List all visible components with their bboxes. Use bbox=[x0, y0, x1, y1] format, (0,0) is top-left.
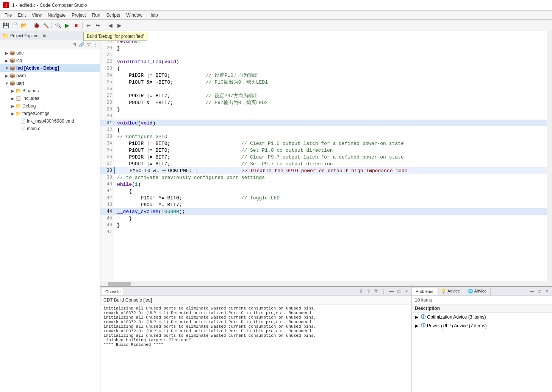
scroll-lock-btn[interactable]: ⇩ bbox=[358, 288, 364, 295]
sidebar-item-targetconfigs[interactable]: ▶ 📁 targetConfigs bbox=[0, 110, 100, 117]
sidebar-item-uart[interactable]: ▼ 📦 uart bbox=[0, 79, 100, 87]
editor-content: 18 19 20 21 22 23 24 25 26 27 28 29 bbox=[100, 31, 552, 286]
console-body[interactable]: initializing all unused ports to elimina… bbox=[100, 305, 411, 392]
menu-window[interactable]: Window bbox=[123, 11, 145, 19]
project-icon-uart: 📦 bbox=[9, 80, 15, 86]
menu-run[interactable]: Run bbox=[89, 11, 103, 19]
menu-file[interactable]: File bbox=[2, 11, 15, 19]
back-button[interactable]: ◀ bbox=[106, 21, 114, 30]
problem-group-power[interactable]: ▶ ⓘ Power (ULP) Advice (7 items) bbox=[412, 321, 552, 330]
console-options-btn[interactable]: ⋮ bbox=[380, 288, 387, 295]
console-line-7: initializing all unused ports to elimina… bbox=[103, 333, 408, 338]
link-editor-btn[interactable]: 🔗 bbox=[78, 41, 85, 48]
line-num-39: 39 bbox=[100, 174, 114, 181]
forward-button[interactable]: ▶ bbox=[115, 21, 124, 30]
h-scroll-thumb[interactable] bbox=[108, 282, 131, 286]
code-line-44: __delay_cycles(100000); bbox=[114, 208, 547, 215]
problems-tab-label: Problems bbox=[416, 289, 433, 294]
clear-console-btn[interactable]: 🗑 bbox=[373, 288, 380, 295]
open-button[interactable]: 📂 bbox=[20, 21, 28, 30]
sidebar-item-binaries[interactable]: ▶ 📂 Binaries bbox=[0, 87, 100, 95]
code-line-38: PM5CTL0 &= ~LOCKLPM5; | // Disable the G… bbox=[114, 167, 547, 174]
run-button[interactable]: ▶ bbox=[63, 21, 71, 30]
console-line-5: initializing all unused ports to elimina… bbox=[103, 324, 408, 329]
code-line-43: P9OUT ^= BIT7; bbox=[114, 201, 547, 208]
tab-problems[interactable]: Problems bbox=[412, 288, 437, 295]
sidebar-item-lcd[interactable]: ▶ 📦 lcd bbox=[0, 57, 100, 64]
code-line-46: } bbox=[114, 222, 547, 229]
tab-console[interactable]: Console bbox=[102, 288, 124, 295]
tab-advice-2[interactable]: 🌐 Advice bbox=[464, 288, 491, 295]
save-button[interactable]: 💾 bbox=[2, 21, 10, 30]
code-line-21 bbox=[114, 51, 547, 58]
sidebar-item-adc[interactable]: ▶ 📦 adc bbox=[0, 49, 100, 57]
console-minimize-btn[interactable]: — bbox=[388, 288, 395, 295]
menu-project[interactable]: Project bbox=[69, 11, 89, 19]
toolbar: 💾 📄 📂 🐞 🔨 🔍 ▶ ■ ↩ ↪ ◀ ▶ Build 'Debug' fo… bbox=[0, 20, 552, 31]
sidebar-item-led[interactable]: ▼ 📦 led [Active - Debug] bbox=[0, 64, 100, 72]
menu-help[interactable]: Help bbox=[145, 11, 161, 19]
label-pwm: pwm bbox=[16, 73, 26, 78]
code-line-41: { bbox=[114, 188, 547, 194]
collapse-all-btn[interactable]: ⊟ bbox=[71, 41, 78, 48]
label-targetconfigs: targetConfigs bbox=[22, 111, 49, 116]
view-menu-btn[interactable]: ⋮ bbox=[92, 41, 99, 48]
menu-edit[interactable]: Edit bbox=[15, 11, 29, 19]
sidebar-item-debug[interactable]: ▶ 📁 Debug bbox=[0, 102, 100, 110]
project-icon-pwm: 📦 bbox=[9, 73, 15, 79]
code-view[interactable]: 18 19 20 21 22 23 24 25 26 27 28 29 bbox=[100, 31, 552, 281]
tab-advice-1[interactable]: 💡 Advice bbox=[437, 288, 464, 295]
code-line-25: P1OUT &= ~BIT0; // P10输出为0，熄灭LED1 bbox=[114, 79, 547, 86]
problems-item-count: 10 items bbox=[412, 296, 552, 305]
problems-minimize-btn[interactable]: — bbox=[529, 288, 535, 295]
file-icon-lnk: 📄 bbox=[20, 118, 26, 124]
arrow-targetconfigs: ▶ bbox=[11, 111, 15, 116]
redo-button[interactable]: ↪ bbox=[94, 21, 102, 30]
line-num-45: 45 bbox=[100, 215, 114, 222]
line-num-36: 36 bbox=[100, 154, 114, 160]
console-maximize-btn[interactable]: □ bbox=[396, 288, 402, 295]
code-lines[interactable]: led(); return 0; } void Initial_Led(void… bbox=[114, 31, 547, 281]
project-icon-lcd: 📦 bbox=[9, 58, 15, 64]
problems-list: ▶ ⓘ Optimization Advice (3 items) ▶ ⓘ Po… bbox=[412, 313, 552, 392]
menu-bar: File Edit View Navigate Project Run Scri… bbox=[0, 11, 552, 20]
code-line-18: led(); bbox=[114, 31, 547, 38]
console-close-btn[interactable]: × bbox=[403, 288, 410, 295]
filter-btn[interactable]: ▽ bbox=[85, 41, 92, 48]
problems-maximize-btn[interactable]: □ bbox=[536, 288, 543, 295]
undo-button[interactable]: ↩ bbox=[84, 21, 93, 30]
console-line-4: remark #10372-D: (ULP 4.1) Detected unin… bbox=[103, 320, 408, 324]
new-button[interactable]: 📄 bbox=[11, 21, 19, 30]
code-line-24: P1DIR |= BIT0; // 设置P10方向为输出 bbox=[114, 72, 547, 79]
menu-view[interactable]: View bbox=[29, 11, 45, 19]
problem-group-optimization[interactable]: ▶ ⓘ Optimization Advice (3 items) bbox=[412, 313, 552, 321]
code-line-22: void Initial_Led(void) bbox=[114, 58, 547, 65]
scroll-up-btn[interactable]: ⇧ bbox=[365, 288, 372, 295]
build-button[interactable]: 🔨 bbox=[41, 21, 50, 30]
console-panel-actions: ⇩ ⇧ 🗑 ⋮ — □ × bbox=[358, 288, 410, 295]
stop-button[interactable]: ■ bbox=[72, 21, 80, 30]
sidebar-item-lnk-cmd[interactable]: ▶ 📄 lnk_msp430fr6989.cmd bbox=[0, 117, 100, 125]
debug-button[interactable]: 🐞 bbox=[32, 21, 41, 30]
problems-close-btn[interactable]: × bbox=[544, 288, 550, 295]
line-num-38: 38 bbox=[100, 167, 114, 174]
vertical-scrollbar[interactable] bbox=[547, 31, 552, 281]
editor-area: 18 19 20 21 22 23 24 25 26 27 28 29 bbox=[100, 31, 552, 392]
line-num-28: 28 bbox=[100, 99, 114, 106]
file-icon-mainc: 📄 bbox=[20, 126, 26, 132]
code-container: 18 19 20 21 22 23 24 25 26 27 28 29 bbox=[100, 31, 552, 286]
sidebar-item-includes[interactable]: ▶ 📋 Includes bbox=[0, 95, 100, 102]
sidebar-item-pwm[interactable]: ▶ 📦 pwm bbox=[0, 72, 100, 79]
menu-scripts[interactable]: Scripts bbox=[103, 11, 124, 19]
sidebar-item-mainc[interactable]: ▶ 📄 main.c bbox=[0, 125, 100, 132]
info-icon-2: ⓘ bbox=[421, 322, 425, 329]
line-num-27: 27 bbox=[100, 92, 114, 99]
code-line-29: } bbox=[114, 106, 547, 113]
line-num-34: 34 bbox=[100, 140, 114, 147]
line-num-23: 23 bbox=[100, 65, 114, 72]
horizontal-scrollbar[interactable] bbox=[100, 281, 552, 286]
problems-description-header: Description bbox=[415, 306, 440, 311]
search-button[interactable]: 🔍 bbox=[54, 21, 62, 30]
line-num-44: 44 bbox=[100, 208, 114, 215]
menu-navigate[interactable]: Navigate bbox=[45, 11, 69, 19]
